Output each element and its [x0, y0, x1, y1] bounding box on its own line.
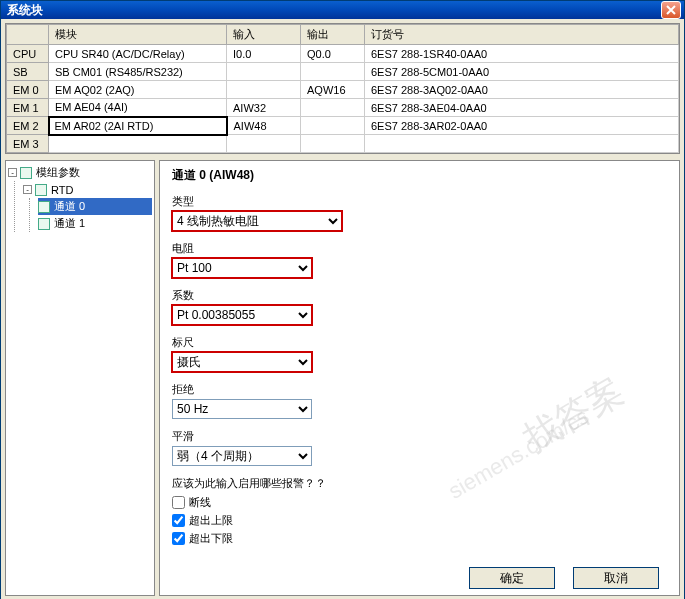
cell-slot: EM 2 — [7, 117, 49, 135]
coef-select[interactable]: Pt 0.00385055 — [172, 305, 312, 325]
chk-break[interactable] — [172, 496, 185, 509]
chk-break-label: 断线 — [189, 495, 211, 510]
tree-channel-0[interactable]: 通道 0 — [38, 198, 152, 215]
table-row[interactable]: SBSB CM01 (RS485/RS232)6ES7 288-5CM01-0A… — [7, 63, 679, 81]
cell-order: 6ES7 288-1SR40-0AA0 — [365, 45, 679, 63]
smooth-label: 平滑 — [172, 429, 667, 444]
titlebar: 系统块 — [1, 1, 684, 19]
collapse-icon[interactable]: - — [23, 185, 32, 194]
table-row[interactable]: EM 2EM AR02 (2AI RTD)AIW486ES7 288-3AR02… — [7, 117, 679, 135]
tree-pane: - 模组参数 - RTD 通道 0 — [5, 160, 155, 596]
cell-module: SB CM01 (RS485/RS232) — [49, 63, 227, 81]
cancel-button[interactable]: 取消 — [573, 567, 659, 589]
scale-select[interactable]: 摄氏 — [172, 352, 312, 372]
tree-ch1-label: 通道 1 — [54, 216, 85, 231]
cell-out — [301, 135, 365, 153]
cell-out: Q0.0 — [301, 45, 365, 63]
type-label: 类型 — [172, 194, 667, 209]
chk-under[interactable] — [172, 532, 185, 545]
rej-label: 拒绝 — [172, 382, 667, 397]
cell-order — [365, 135, 679, 153]
chk-over-label: 超出上限 — [189, 513, 233, 528]
module-table: 模块 输入 输出 订货号 CPUCPU SR40 (AC/DC/Relay)I0… — [5, 23, 680, 154]
cell-in: I0.0 — [227, 45, 301, 63]
close-icon — [666, 5, 676, 15]
cell-order: 6ES7 288-3AE04-0AA0 — [365, 99, 679, 117]
col-output[interactable]: 输出 — [301, 25, 365, 45]
tree-node-rtd[interactable]: - RTD — [23, 181, 152, 198]
col-slot — [7, 25, 49, 45]
channel-icon — [38, 218, 50, 230]
folder-icon — [20, 167, 32, 179]
chk-over[interactable] — [172, 514, 185, 527]
smooth-select[interactable]: 弱（4 个周期） — [172, 446, 312, 466]
col-order[interactable]: 订货号 — [365, 25, 679, 45]
cell-out: AQW16 — [301, 81, 365, 99]
detail-title: 通道 0 (AIW48) — [172, 167, 667, 184]
cell-slot: EM 3 — [7, 135, 49, 153]
tree-rtd-label: RTD — [51, 184, 73, 196]
col-input[interactable]: 输入 — [227, 25, 301, 45]
tree-channel-1[interactable]: 通道 1 — [38, 215, 152, 232]
cell-out — [301, 99, 365, 117]
cell-in: AIW48 — [227, 117, 301, 135]
cell-in — [227, 81, 301, 99]
res-label: 电阻 — [172, 241, 667, 256]
cell-module: EM AE04 (4AI) — [49, 99, 227, 117]
scale-label: 标尺 — [172, 335, 667, 350]
cell-out — [301, 63, 365, 81]
tree-ch0-label: 通道 0 — [54, 199, 85, 214]
detail-pane: 找答案 siemens.com/cs 通道 0 (AIW48) 类型 4 线制热… — [159, 160, 680, 596]
cell-order: 6ES7 288-3AR02-0AA0 — [365, 117, 679, 135]
rej-select[interactable]: 50 Hz — [172, 399, 312, 419]
table-header-row: 模块 输入 输出 订货号 — [7, 25, 679, 45]
window-title: 系统块 — [7, 2, 661, 19]
coef-label: 系数 — [172, 288, 667, 303]
cell-module — [49, 135, 227, 153]
res-select[interactable]: Pt 100 — [172, 258, 312, 278]
cell-slot: SB — [7, 63, 49, 81]
cell-in — [227, 135, 301, 153]
cell-out — [301, 117, 365, 135]
cell-in — [227, 63, 301, 81]
cell-module: EM AQ02 (2AQ) — [49, 81, 227, 99]
table-row[interactable]: CPUCPU SR40 (AC/DC/Relay)I0.0Q0.06ES7 28… — [7, 45, 679, 63]
cell-order: 6ES7 288-5CM01-0AA0 — [365, 63, 679, 81]
ok-button[interactable]: 确定 — [469, 567, 555, 589]
close-button[interactable] — [661, 1, 681, 19]
cell-slot: EM 1 — [7, 99, 49, 117]
alarm-question: 应该为此输入启用哪些报警？？ — [172, 476, 667, 491]
tree-root[interactable]: - 模组参数 — [8, 164, 152, 181]
cell-slot: EM 0 — [7, 81, 49, 99]
cell-in: AIW32 — [227, 99, 301, 117]
chk-under-label: 超出下限 — [189, 531, 233, 546]
type-select[interactable]: 4 线制热敏电阻 — [172, 211, 342, 231]
group-icon — [35, 184, 47, 196]
tree-root-label: 模组参数 — [36, 165, 80, 180]
cell-module: EM AR02 (2AI RTD) — [49, 117, 227, 135]
channel-icon — [38, 201, 50, 213]
table-row[interactable]: EM 0EM AQ02 (2AQ)AQW166ES7 288-3AQ02-0AA… — [7, 81, 679, 99]
table-row[interactable]: EM 1EM AE04 (4AI)AIW326ES7 288-3AE04-0AA… — [7, 99, 679, 117]
cell-slot: CPU — [7, 45, 49, 63]
cell-order: 6ES7 288-3AQ02-0AA0 — [365, 81, 679, 99]
table-row[interactable]: EM 3 — [7, 135, 679, 153]
cell-module: CPU SR40 (AC/DC/Relay) — [49, 45, 227, 63]
collapse-icon[interactable]: - — [8, 168, 17, 177]
col-module[interactable]: 模块 — [49, 25, 227, 45]
